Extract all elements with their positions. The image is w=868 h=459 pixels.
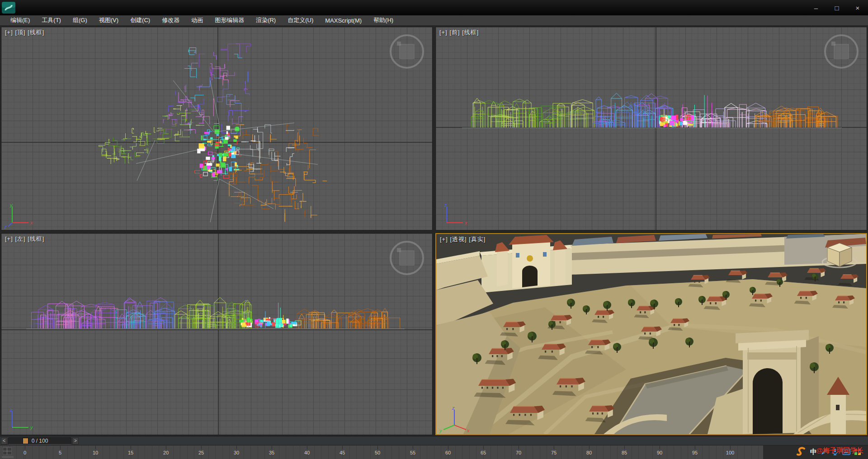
viewport-left[interactable]: [+] [左] [线框] z y <box>1 233 433 435</box>
menu-item-edit[interactable]: 编辑(E) <box>5 15 36 25</box>
viewcube[interactable] <box>388 33 426 70</box>
ruler-tick-label: 5 <box>59 450 61 455</box>
menu-item-rendering[interactable]: 渲染(R) <box>250 15 282 25</box>
3dsmax-app-logo-icon[interactable] <box>0 0 17 15</box>
viewport-top[interactable]: [+] [顶] [线框] y x z <box>1 27 433 230</box>
axis-label-z: z <box>9 407 13 412</box>
ruler-tick-label: 55 <box>410 450 415 455</box>
ruler-tick-label: 10 <box>93 450 98 455</box>
close-button[interactable]: × <box>847 0 868 15</box>
viewport-label-front[interactable]: [+] [前] [线框] <box>439 28 479 37</box>
menu-item-group[interactable]: 组(G) <box>67 15 93 25</box>
viewcube[interactable] <box>822 33 860 70</box>
next-frame-button[interactable]: > <box>72 437 79 445</box>
viewport-area: [+] [顶] [线框] y x z [+] [前] [线框] <box>0 26 868 436</box>
time-ruler[interactable]: 0510152025303540455055606570758085909510… <box>0 445 763 459</box>
3dsmax-taskbar-icon[interactable] <box>796 446 807 457</box>
ruler-tick-label: 0 <box>24 450 26 455</box>
ruler-tick-label: 85 <box>622 450 627 455</box>
menu-item-graph-editors[interactable]: 图形编辑器 <box>209 15 250 25</box>
axis-tripod: z y <box>4 407 37 434</box>
ruler-tick-label: 90 <box>657 450 662 455</box>
ruler-tick-label: 20 <box>163 450 169 455</box>
ruler-tick-label: 35 <box>269 450 274 455</box>
ruler-tick-label: 80 <box>586 450 592 455</box>
axis-tripod: y x z <box>4 203 37 229</box>
ruler-tick-label: 70 <box>516 450 521 455</box>
axis-label-z: z <box>444 203 447 208</box>
time-slider-row: < 0 / 100 > <box>0 436 868 445</box>
axis-tripod: z x <box>439 203 471 229</box>
watermark-text: @梅子琪同学长 <box>816 446 863 455</box>
statusbar-mini-bar <box>2 456 14 458</box>
axis-label-x: x <box>464 220 467 225</box>
ruler-tick-label: 60 <box>445 450 451 455</box>
axis-label-y: y <box>439 428 443 433</box>
previous-frame-button[interactable]: < <box>1 437 7 445</box>
menu-item-views[interactable]: 视图(V) <box>93 15 124 25</box>
window-controls: – □ × <box>806 0 868 15</box>
axis-label-z: z <box>452 405 455 411</box>
ruler-tick-label: 75 <box>551 450 557 455</box>
menu-item-tools[interactable]: 工具(T) <box>36 15 67 25</box>
current-frame-display[interactable]: 0 / 100 <box>8 437 71 445</box>
maximize-button[interactable]: □ <box>826 0 847 15</box>
axis-label-y: y <box>30 425 33 430</box>
wireframe-front-view <box>436 27 867 230</box>
viewport-label-left[interactable]: [+] [左] [线框] <box>5 235 45 243</box>
menu-item-help[interactable]: 帮助(H) <box>368 15 399 25</box>
wireframe-top-view <box>1 27 432 230</box>
ruler-tick-label: 95 <box>692 450 698 455</box>
menu-item-maxscript[interactable]: MAXScript(M) <box>319 15 368 25</box>
menu-item-customize[interactable]: 自定义(U) <box>282 15 319 25</box>
ruler-tick-label: 25 <box>198 450 204 455</box>
ruler-tick-label: 50 <box>375 450 380 455</box>
viewcube[interactable] <box>388 239 426 277</box>
minimize-button[interactable]: – <box>806 0 826 15</box>
ruler-tick-label: 45 <box>340 450 345 455</box>
3dsmax-window: – □ × 编辑(E)工具(T)组(G)视图(V)创建(C)修改器动画图形编辑器… <box>0 0 868 459</box>
viewport-perspective-active[interactable]: [+] [透视] [真实] z x y <box>435 233 867 435</box>
title-bar: – □ × <box>0 0 868 15</box>
viewcube[interactable] <box>819 239 860 276</box>
axis-label-x: x <box>467 428 470 433</box>
axis-tripod: z x y <box>439 405 472 433</box>
ruler-tick-label: 40 <box>304 450 310 455</box>
viewport-label-perspective[interactable]: [+] [透视] [真实] <box>440 235 486 244</box>
menu-item-animation[interactable]: 动画 <box>185 15 209 25</box>
maxscript-mini-listener-icon[interactable] <box>3 447 12 455</box>
menu-item-modifiers[interactable]: 修改器 <box>156 15 185 25</box>
ruler-tick-label: 65 <box>481 450 486 455</box>
menu-item-create[interactable]: 创建(C) <box>124 15 156 25</box>
ruler-tick-label: 100 <box>726 450 734 455</box>
wireframe-left-view <box>1 234 432 435</box>
ruler-tick-label: 15 <box>128 450 133 455</box>
ruler-tick-label: 30 <box>234 450 239 455</box>
viewport-label-top[interactable]: [+] [顶] [线框] <box>5 28 45 37</box>
perspective-scene[interactable] <box>436 234 866 434</box>
axis-label-z: z <box>4 225 7 229</box>
axis-label-x: x <box>30 220 33 225</box>
menu-bar: 编辑(E)工具(T)组(G)视图(V)创建(C)修改器动画图形编辑器渲染(R)自… <box>0 15 868 26</box>
time-slider-handle[interactable] <box>23 438 28 444</box>
viewport-front[interactable]: [+] [前] [线框] z x <box>435 27 867 230</box>
